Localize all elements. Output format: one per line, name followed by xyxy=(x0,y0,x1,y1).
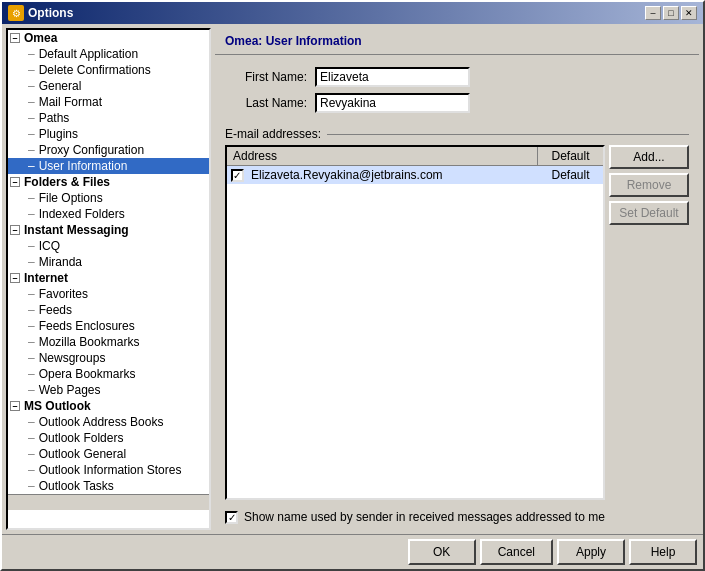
expander-im[interactable]: – xyxy=(10,225,20,235)
show-name-row: ✓ Show name used by sender in received m… xyxy=(215,504,699,530)
tree-item-outlook-address-books[interactable]: – Outlook Address Books xyxy=(8,414,209,430)
apply-button[interactable]: Apply xyxy=(557,539,625,565)
expander-internet[interactable]: – xyxy=(10,273,20,283)
expander-folders[interactable]: – xyxy=(10,177,20,187)
form-area: First Name: Last Name: xyxy=(215,63,699,123)
tree-item-outlook-general[interactable]: – Outlook General xyxy=(8,446,209,462)
set-default-button[interactable]: Set Default xyxy=(609,201,689,225)
tree-item-general[interactable]: – General xyxy=(8,78,209,94)
tree-item-plugins[interactable]: – Plugins xyxy=(8,126,209,142)
window-content: – Omea – Default Application – Delete Co… xyxy=(2,24,703,534)
close-button[interactable]: ✕ xyxy=(681,6,697,20)
title-bar: ⚙ Options – □ ✕ xyxy=(2,2,703,24)
tree-scrollbar[interactable] xyxy=(8,494,209,510)
last-name-label: Last Name: xyxy=(225,96,315,110)
tree-item-default-app[interactable]: – Default Application xyxy=(8,46,209,62)
tree-item-newsgroups[interactable]: – Newsgroups xyxy=(8,350,209,366)
show-name-label: Show name used by sender in received mes… xyxy=(244,510,605,524)
window-icon: ⚙ xyxy=(8,5,24,21)
tree-item-feeds-enclosures[interactable]: – Feeds Enclosures xyxy=(8,318,209,334)
tree-item-outlook-tasks[interactable]: – Outlook Tasks xyxy=(8,478,209,494)
tree-item-mozilla-bookmarks[interactable]: – Mozilla Bookmarks xyxy=(8,334,209,350)
tree-item-opera-bookmarks[interactable]: – Opera Bookmarks xyxy=(8,366,209,382)
email-label: E-mail addresses: xyxy=(225,127,689,141)
email-row[interactable]: ✓ Elizaveta.Revyakina@jetbrains.com Defa… xyxy=(227,166,603,184)
email-label-line xyxy=(327,134,689,135)
options-window: ⚙ Options – □ ✕ – Omea – Default Applica… xyxy=(0,0,705,571)
help-button[interactable]: Help xyxy=(629,539,697,565)
last-name-input[interactable] xyxy=(315,93,470,113)
tree-item-icq[interactable]: – ICQ xyxy=(8,238,209,254)
right-panel: Omea: User Information First Name: Last … xyxy=(215,28,699,530)
email-checkbox[interactable]: ✓ xyxy=(231,169,244,182)
window-title: Options xyxy=(28,6,73,20)
email-buttons: Add... Remove Set Default xyxy=(609,145,689,500)
tree-item-paths[interactable]: – Paths xyxy=(8,110,209,126)
ok-button[interactable]: OK xyxy=(408,539,476,565)
cancel-button[interactable]: Cancel xyxy=(480,539,553,565)
first-name-label: First Name: xyxy=(225,70,315,84)
tree-item-favorites[interactable]: – Favorites xyxy=(8,286,209,302)
bottom-buttons: OK Cancel Apply Help xyxy=(2,534,703,569)
email-row-address: Elizaveta.Revyakina@jetbrains.com xyxy=(247,168,538,182)
expander-outlook[interactable]: – xyxy=(10,401,20,411)
tree-item-indexed-folders[interactable]: – Indexed Folders xyxy=(8,206,209,222)
minimize-button[interactable]: – xyxy=(645,6,661,20)
tree-item-delete-confirm[interactable]: – Delete Confirmations xyxy=(8,62,209,78)
last-name-row: Last Name: xyxy=(225,93,689,113)
tree-panel[interactable]: – Omea – Default Application – Delete Co… xyxy=(6,28,211,530)
tree-item-web-pages[interactable]: – Web Pages xyxy=(8,382,209,398)
tree-root-folders[interactable]: – Folders & Files xyxy=(8,174,209,190)
tree-item-outlook-info-stores[interactable]: – Outlook Information Stores xyxy=(8,462,209,478)
remove-button[interactable]: Remove xyxy=(609,173,689,197)
expander-omea[interactable]: – xyxy=(10,33,20,43)
tree-item-file-options[interactable]: – File Options xyxy=(8,190,209,206)
email-table: Address Default ✓ Elizaveta.Revyakina@je… xyxy=(225,145,605,500)
title-bar-left: ⚙ Options xyxy=(8,5,73,21)
tree-root-ms-outlook[interactable]: – MS Outlook xyxy=(8,398,209,414)
email-section: E-mail addresses: Address Default ✓ xyxy=(215,123,699,504)
tree-item-proxy-config[interactable]: – Proxy Configuration xyxy=(8,142,209,158)
email-table-body[interactable]: ✓ Elizaveta.Revyakina@jetbrains.com Defa… xyxy=(227,166,603,498)
maximize-button[interactable]: □ xyxy=(663,6,679,20)
tree-root-omea[interactable]: – Omea xyxy=(8,30,209,46)
add-button[interactable]: Add... xyxy=(609,145,689,169)
tree-item-feeds[interactable]: – Feeds xyxy=(8,302,209,318)
email-row-default: Default xyxy=(538,168,603,182)
email-row-checkbox[interactable]: ✓ xyxy=(227,169,247,182)
email-table-header: Address Default xyxy=(227,147,603,166)
tree-item-outlook-folders[interactable]: – Outlook Folders xyxy=(8,430,209,446)
col-header-default: Default xyxy=(538,147,603,165)
first-name-input[interactable] xyxy=(315,67,470,87)
tree-item-miranda[interactable]: – Miranda xyxy=(8,254,209,270)
show-name-checkbox[interactable]: ✓ xyxy=(225,511,238,524)
email-body: Address Default ✓ Elizaveta.Revyakina@je… xyxy=(225,145,689,500)
tree-item-mail-format[interactable]: – Mail Format xyxy=(8,94,209,110)
first-name-row: First Name: xyxy=(225,67,689,87)
tree-item-user-info[interactable]: – User Information xyxy=(8,158,209,174)
tree-root-internet[interactable]: – Internet xyxy=(8,270,209,286)
right-header: Omea: User Information xyxy=(215,28,699,55)
title-buttons: – □ ✕ xyxy=(645,6,697,20)
tree-root-instant-messaging[interactable]: – Instant Messaging xyxy=(8,222,209,238)
col-header-address: Address xyxy=(227,147,538,165)
email-section-label: E-mail addresses: xyxy=(225,127,321,141)
